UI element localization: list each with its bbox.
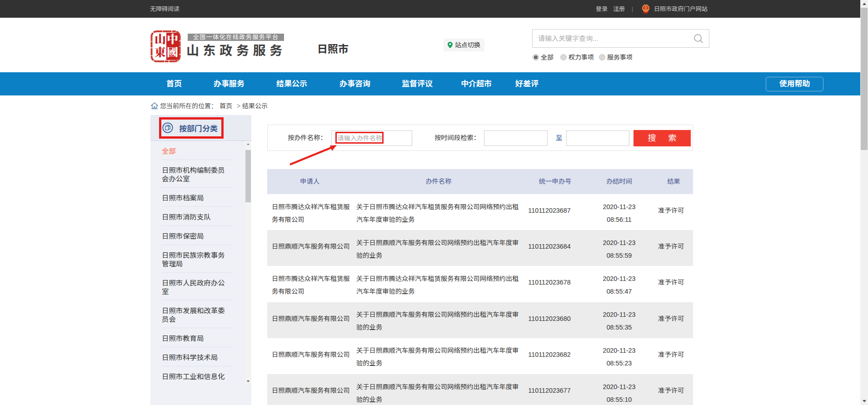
svg-text:國: 國 bbox=[167, 43, 178, 60]
svg-text:東: 東 bbox=[155, 43, 166, 60]
